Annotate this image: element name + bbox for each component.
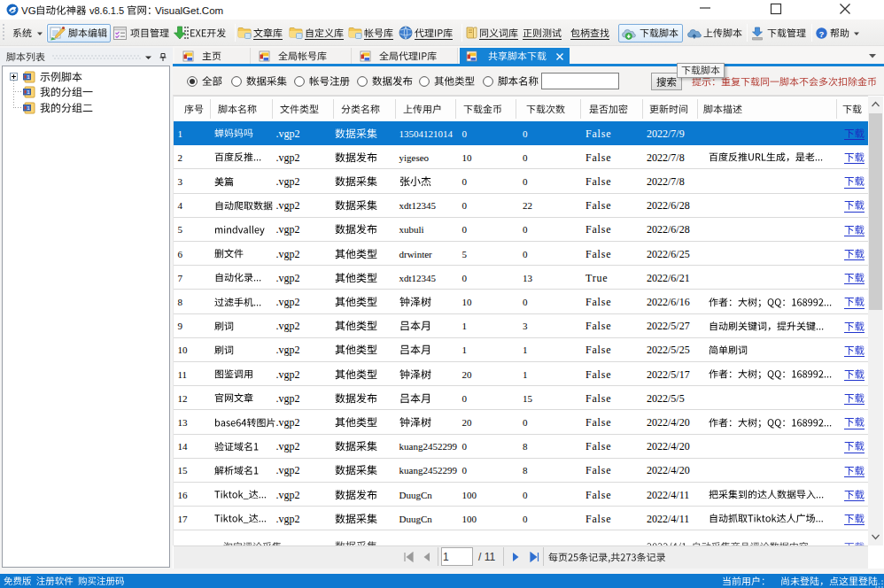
svg-text:?: ? xyxy=(819,29,825,39)
